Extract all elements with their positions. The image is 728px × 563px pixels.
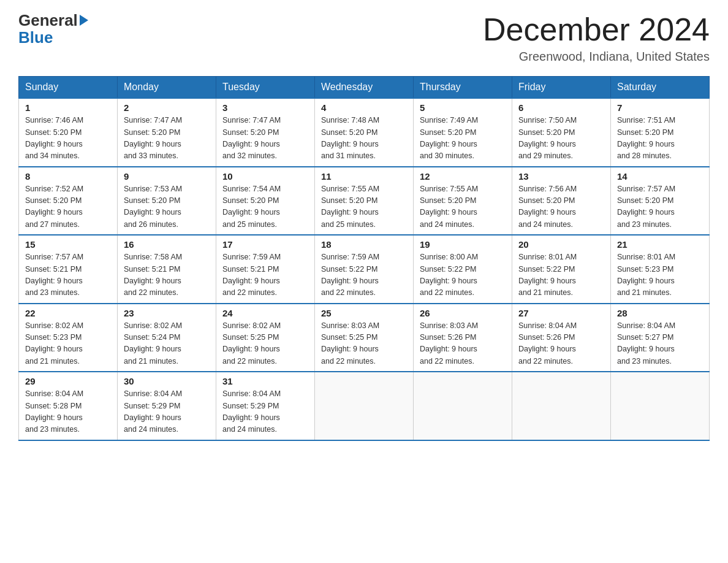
day-number: 25 xyxy=(321,308,407,318)
calendar-day-19: 19Sunrise: 8:00 AMSunset: 5:22 PMDayligh… xyxy=(414,235,512,304)
logo-blue-line: Blue xyxy=(18,29,88,45)
day-number: 5 xyxy=(420,102,506,113)
calendar-day-26: 26Sunrise: 8:03 AMSunset: 5:26 PMDayligh… xyxy=(414,304,512,372)
day-info: Sunrise: 7:57 AMSunset: 5:21 PMDaylight:… xyxy=(25,251,111,299)
day-info: Sunrise: 7:48 AMSunset: 5:20 PMDaylight:… xyxy=(321,115,407,163)
page-header: General Blue December 2024 Greenwood, In… xyxy=(18,12,710,64)
day-number: 24 xyxy=(222,308,308,318)
day-info: Sunrise: 7:54 AMSunset: 5:20 PMDaylight:… xyxy=(222,183,308,231)
day-number: 22 xyxy=(25,308,111,318)
calendar-week-row: 15Sunrise: 7:57 AMSunset: 5:21 PMDayligh… xyxy=(19,235,710,304)
day-info: Sunrise: 7:59 AMSunset: 5:21 PMDaylight:… xyxy=(222,251,308,299)
calendar-day-25: 25Sunrise: 8:03 AMSunset: 5:25 PMDayligh… xyxy=(315,304,414,372)
day-number: 19 xyxy=(420,239,506,250)
day-info: Sunrise: 8:04 AMSunset: 5:29 PMDaylight:… xyxy=(124,388,210,436)
day-number: 3 xyxy=(222,102,308,113)
calendar-day-27: 27Sunrise: 8:04 AMSunset: 5:26 PMDayligh… xyxy=(512,304,611,372)
logo-general-text: General xyxy=(18,12,78,28)
calendar-day-1: 1Sunrise: 7:46 AMSunset: 5:20 PMDaylight… xyxy=(19,98,118,167)
day-number: 16 xyxy=(124,239,210,250)
empty-cell xyxy=(414,372,512,440)
day-info: Sunrise: 8:03 AMSunset: 5:25 PMDaylight:… xyxy=(321,320,407,368)
day-info: Sunrise: 8:01 AMSunset: 5:23 PMDaylight:… xyxy=(617,251,703,299)
calendar-table: SundayMondayTuesdayWednesdayThursdayFrid… xyxy=(18,76,710,441)
calendar-day-4: 4Sunrise: 7:48 AMSunset: 5:20 PMDaylight… xyxy=(315,98,414,167)
calendar-day-20: 20Sunrise: 8:01 AMSunset: 5:22 PMDayligh… xyxy=(512,235,611,304)
day-info: Sunrise: 7:58 AMSunset: 5:21 PMDaylight:… xyxy=(124,251,210,299)
calendar-day-18: 18Sunrise: 7:59 AMSunset: 5:22 PMDayligh… xyxy=(315,235,414,304)
day-number: 8 xyxy=(25,171,111,182)
calendar-day-9: 9Sunrise: 7:53 AMSunset: 5:20 PMDaylight… xyxy=(118,167,216,236)
header-day-thursday: Thursday xyxy=(414,77,512,99)
day-info: Sunrise: 7:49 AMSunset: 5:20 PMDaylight:… xyxy=(420,115,506,163)
calendar-day-29: 29Sunrise: 8:04 AMSunset: 5:28 PMDayligh… xyxy=(19,372,118,440)
empty-cell xyxy=(611,372,710,440)
header-day-sunday: Sunday xyxy=(19,77,118,99)
day-info: Sunrise: 7:50 AMSunset: 5:20 PMDaylight:… xyxy=(518,115,604,163)
day-number: 4 xyxy=(321,102,407,113)
calendar-day-6: 6Sunrise: 7:50 AMSunset: 5:20 PMDaylight… xyxy=(512,98,611,167)
calendar-day-10: 10Sunrise: 7:54 AMSunset: 5:20 PMDayligh… xyxy=(216,167,315,236)
day-number: 26 xyxy=(420,308,506,318)
day-number: 23 xyxy=(124,308,210,318)
calendar-day-30: 30Sunrise: 8:04 AMSunset: 5:29 PMDayligh… xyxy=(118,372,216,440)
day-number: 7 xyxy=(617,102,703,113)
logo-top-row: General xyxy=(18,12,88,28)
day-info: Sunrise: 8:04 AMSunset: 5:28 PMDaylight:… xyxy=(25,388,111,436)
day-info: Sunrise: 8:02 AMSunset: 5:25 PMDaylight:… xyxy=(222,320,308,368)
month-title: December 2024 xyxy=(483,12,710,47)
header-day-friday: Friday xyxy=(512,77,611,99)
day-number: 29 xyxy=(25,376,111,386)
day-info: Sunrise: 8:02 AMSunset: 5:23 PMDaylight:… xyxy=(25,320,111,368)
header-day-tuesday: Tuesday xyxy=(216,77,315,99)
day-number: 21 xyxy=(617,239,703,250)
logo-arrow-icon xyxy=(80,15,88,26)
header-day-saturday: Saturday xyxy=(611,77,710,99)
location: Greenwood, Indiana, United States xyxy=(483,50,710,64)
day-number: 10 xyxy=(222,171,308,182)
calendar-day-16: 16Sunrise: 7:58 AMSunset: 5:21 PMDayligh… xyxy=(118,235,216,304)
day-info: Sunrise: 7:56 AMSunset: 5:20 PMDaylight:… xyxy=(518,183,604,231)
calendar-day-8: 8Sunrise: 7:52 AMSunset: 5:20 PMDaylight… xyxy=(19,167,118,236)
day-number: 18 xyxy=(321,239,407,250)
day-info: Sunrise: 7:47 AMSunset: 5:20 PMDaylight:… xyxy=(222,115,308,163)
day-info: Sunrise: 7:57 AMSunset: 5:20 PMDaylight:… xyxy=(617,183,703,231)
day-number: 28 xyxy=(617,308,703,318)
calendar-day-11: 11Sunrise: 7:55 AMSunset: 5:20 PMDayligh… xyxy=(315,167,414,236)
header-day-monday: Monday xyxy=(118,77,216,99)
empty-cell xyxy=(315,372,414,440)
day-number: 15 xyxy=(25,239,111,250)
day-number: 6 xyxy=(518,102,604,113)
day-number: 9 xyxy=(124,171,210,182)
day-info: Sunrise: 7:47 AMSunset: 5:20 PMDaylight:… xyxy=(124,115,210,163)
day-number: 1 xyxy=(25,102,111,113)
calendar-day-21: 21Sunrise: 8:01 AMSunset: 5:23 PMDayligh… xyxy=(611,235,710,304)
day-number: 2 xyxy=(124,102,210,113)
day-number: 13 xyxy=(518,171,604,182)
day-number: 17 xyxy=(222,239,308,250)
day-info: Sunrise: 7:51 AMSunset: 5:20 PMDaylight:… xyxy=(617,115,703,163)
calendar-day-17: 17Sunrise: 7:59 AMSunset: 5:21 PMDayligh… xyxy=(216,235,315,304)
calendar-day-12: 12Sunrise: 7:55 AMSunset: 5:20 PMDayligh… xyxy=(414,167,512,236)
day-info: Sunrise: 8:04 AMSunset: 5:29 PMDaylight:… xyxy=(222,388,308,436)
empty-cell xyxy=(512,372,611,440)
day-info: Sunrise: 8:03 AMSunset: 5:26 PMDaylight:… xyxy=(420,320,506,368)
day-info: Sunrise: 7:52 AMSunset: 5:20 PMDaylight:… xyxy=(25,183,111,231)
calendar-day-14: 14Sunrise: 7:57 AMSunset: 5:20 PMDayligh… xyxy=(611,167,710,236)
calendar-day-23: 23Sunrise: 8:02 AMSunset: 5:24 PMDayligh… xyxy=(118,304,216,372)
day-number: 30 xyxy=(124,376,210,386)
day-info: Sunrise: 8:00 AMSunset: 5:22 PMDaylight:… xyxy=(420,251,506,299)
day-info: Sunrise: 7:55 AMSunset: 5:20 PMDaylight:… xyxy=(321,183,407,231)
calendar-week-row: 22Sunrise: 8:02 AMSunset: 5:23 PMDayligh… xyxy=(19,304,710,372)
calendar-day-3: 3Sunrise: 7:47 AMSunset: 5:20 PMDaylight… xyxy=(216,98,315,167)
day-number: 11 xyxy=(321,171,407,182)
calendar-day-22: 22Sunrise: 8:02 AMSunset: 5:23 PMDayligh… xyxy=(19,304,118,372)
day-number: 27 xyxy=(518,308,604,318)
calendar-week-row: 29Sunrise: 8:04 AMSunset: 5:28 PMDayligh… xyxy=(19,372,710,440)
calendar-day-31: 31Sunrise: 8:04 AMSunset: 5:29 PMDayligh… xyxy=(216,372,315,440)
day-info: Sunrise: 8:01 AMSunset: 5:22 PMDaylight:… xyxy=(518,251,604,299)
calendar-day-5: 5Sunrise: 7:49 AMSunset: 5:20 PMDaylight… xyxy=(414,98,512,167)
day-info: Sunrise: 7:55 AMSunset: 5:20 PMDaylight:… xyxy=(420,183,506,231)
day-info: Sunrise: 8:04 AMSunset: 5:27 PMDaylight:… xyxy=(617,320,703,368)
header-day-wednesday: Wednesday xyxy=(315,77,414,99)
